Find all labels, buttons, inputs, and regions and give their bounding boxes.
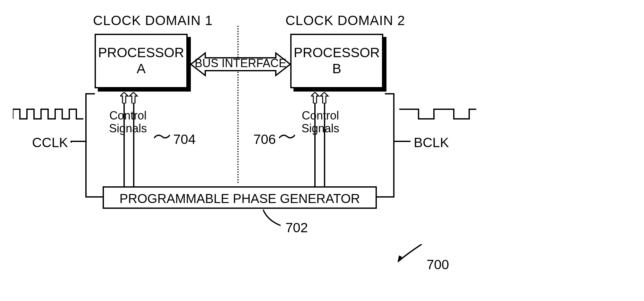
bus-interface-label: BUS INTERFACE bbox=[192, 56, 289, 72]
cclk-to-pgen bbox=[85, 196, 105, 198]
processor-b: PROCESSOR B bbox=[290, 34, 383, 88]
bclk-to-procB bbox=[385, 93, 394, 94]
svg-marker-1 bbox=[120, 92, 128, 103]
ctrl-a-vline2 bbox=[133, 103, 134, 186]
bclk-vline bbox=[393, 93, 394, 198]
ctrl-b-vline1 bbox=[314, 103, 316, 186]
control-b-line1: Control bbox=[301, 109, 339, 122]
ctrl-b-vline2 bbox=[324, 103, 325, 186]
ctrl-a-vline1 bbox=[123, 103, 125, 186]
control-b-arrows bbox=[311, 92, 330, 103]
block-diagram: CLOCK DOMAIN 1 CLOCK DOMAIN 2 PROCESSOR … bbox=[32, 13, 609, 286]
cclk-label: CCLK bbox=[32, 135, 68, 150]
bclk-label: BCLK bbox=[414, 135, 449, 150]
tilde-706 bbox=[279, 132, 295, 141]
phase-generator: PROGRAMMABLE PHASE GENERATOR bbox=[103, 186, 377, 209]
control-a-line2: Signals bbox=[109, 122, 147, 135]
processor-b-line2: B bbox=[292, 61, 382, 77]
cclk-to-procA bbox=[85, 93, 95, 94]
control-b-label: Control Signals bbox=[301, 109, 339, 135]
svg-marker-4 bbox=[320, 92, 328, 103]
control-a-line1: Control bbox=[109, 109, 147, 122]
domain-1-label: CLOCK DOMAIN 1 bbox=[93, 13, 213, 28]
domain-2-label: CLOCK DOMAIN 2 bbox=[285, 13, 405, 28]
domain-divider bbox=[237, 26, 239, 183]
processor-b-line1: PROCESSOR bbox=[292, 45, 382, 61]
ref-706: 706 bbox=[253, 132, 276, 147]
leader-700 bbox=[398, 244, 423, 263]
processor-a-line2: A bbox=[96, 61, 186, 77]
control-a-arrows bbox=[120, 92, 140, 103]
processor-a: PROCESSOR A bbox=[95, 34, 188, 88]
bclk-hline1 bbox=[394, 141, 411, 142]
svg-marker-3 bbox=[311, 92, 319, 103]
cclk-vline bbox=[85, 93, 87, 198]
ref-704: 704 bbox=[173, 132, 196, 147]
svg-marker-2 bbox=[130, 92, 137, 103]
cclk-hline1 bbox=[71, 141, 87, 142]
ref-702: 702 bbox=[285, 220, 308, 235]
bclk-to-pgen bbox=[375, 196, 394, 198]
processor-a-line1: PROCESSOR bbox=[96, 45, 186, 61]
control-a-label: Control Signals bbox=[109, 109, 147, 135]
leader-702 bbox=[263, 209, 282, 227]
ref-700: 700 bbox=[427, 257, 449, 272]
cclk-waveform bbox=[13, 108, 83, 122]
control-b-line2: Signals bbox=[301, 122, 339, 135]
bclk-waveform bbox=[399, 108, 476, 122]
tilde-704 bbox=[154, 132, 170, 141]
